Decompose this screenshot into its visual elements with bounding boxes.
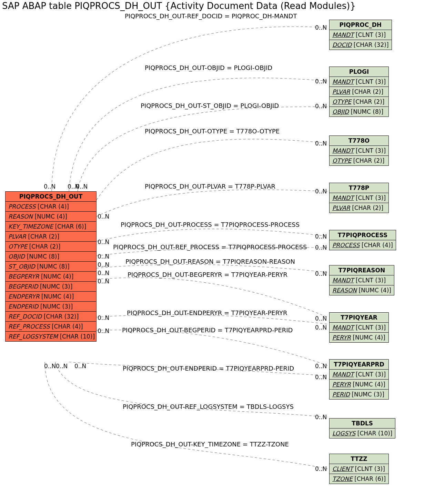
cardinality: 0..N bbox=[74, 363, 86, 370]
edge-label: PIQPROCS_DH_OUT-BEGPERID = T7PIQYEARPRD-… bbox=[122, 326, 293, 334]
cardinality: 0..N bbox=[315, 363, 327, 370]
field-row: REASON [NUMC (4)] bbox=[6, 212, 96, 222]
field-row: OTYPE [CHAR (2)] bbox=[6, 242, 96, 252]
entity-header: T7PIQPROCESS bbox=[330, 230, 396, 240]
cardinality: 0..N bbox=[98, 239, 109, 245]
field-row: PLVAR [CHAR (2)] bbox=[330, 87, 388, 97]
entity-t778o: T778O MANDT [CLNT (3)] OTYPE [CHAR (2)] bbox=[329, 135, 389, 166]
entity-header: T778P bbox=[330, 183, 388, 193]
field-row: REF_DOCID [CHAR (32)] bbox=[6, 312, 96, 322]
entity-header: PLOGI bbox=[330, 67, 388, 77]
entity-t7piqprocess: T7PIQPROCESS PROCESS [CHAR (4)] bbox=[329, 230, 396, 250]
field-row: PLVAR [CHAR (2)] bbox=[6, 232, 96, 242]
edge-label: PIQPROCS_DH_OUT-OTYPE = T778O-OTYPE bbox=[145, 128, 280, 135]
entity-piqproc-dh: PIQPROC_DH MANDT [CLNT (3)] DOCID [CHAR … bbox=[329, 20, 392, 50]
cardinality: 0..N bbox=[98, 213, 109, 220]
field-row: OTYPE [CHAR (2)] bbox=[330, 156, 388, 165]
entity-header: T778O bbox=[330, 136, 388, 146]
diagram-title: SAP ABAP table PIQPROCS_DH_OUT {Activity… bbox=[2, 1, 356, 11]
edge-label: PIQPROCS_DH_OUT-BEGPERYR = T7PIQYEAR-PER… bbox=[128, 271, 287, 278]
field-row: DOCID [CHAR (32)] bbox=[330, 40, 392, 50]
entity-header: TBDLS bbox=[330, 419, 395, 429]
field-row: PERYR [NUMC (4)] bbox=[330, 380, 388, 390]
entity-t7piqyear: T7PIQYEAR MANDT [CLNT (3)] PERYR [NUMC (… bbox=[329, 312, 389, 343]
edge-label: PIQPROCS_DH_OUT-REF_PROCESS = T7PIQPROCE… bbox=[113, 243, 307, 251]
field-row: OBJID [NUMC (8)] bbox=[6, 252, 96, 262]
cardinality: 0..N bbox=[315, 324, 327, 331]
entity-t7piqreason: T7PIQREASON MANDT [CLNT (3)] REASON [NUM… bbox=[329, 265, 394, 295]
cardinality: 0..N bbox=[98, 278, 109, 285]
field-row: PLVAR [CHAR (2)] bbox=[330, 203, 388, 213]
cardinality: 0..N bbox=[315, 465, 327, 472]
edge-label: PIQPROCS_DH_OUT-REASON = T7PIQREASON-REA… bbox=[125, 258, 295, 265]
field-row: PROCESS [CHAR (4)] bbox=[6, 202, 96, 212]
edge-label: PIQPROCS_DH_OUT-ENDPERID = T7PIQYEARPRD-… bbox=[123, 365, 294, 372]
cardinality: 0..N bbox=[98, 253, 109, 260]
field-row: OTYPE [CHAR (2)] bbox=[330, 97, 388, 107]
cardinality: 0..N bbox=[44, 363, 56, 370]
field-row: ENDPERYR [NUMC (4)] bbox=[6, 292, 96, 302]
edge-label: PIQPROCS_DH_OUT-OBJID = PLOGI-OBJID bbox=[145, 64, 272, 71]
field-row: ENDPERID [NUMC (3)] bbox=[6, 302, 96, 312]
edge-label: PIQPROCS_DH_OUT-REF_DOCID = PIQPROC_DH-M… bbox=[125, 12, 297, 20]
cardinality: 0..N bbox=[315, 244, 327, 251]
field-row: MANDT [CLNT (3)] bbox=[330, 193, 388, 203]
cardinality: 0..N bbox=[315, 78, 327, 85]
cardinality: 0..N bbox=[98, 314, 109, 321]
field-row: REF_LOGSYSTEM [CHAR (10)] bbox=[6, 332, 96, 341]
edge-label: PIQPROCS_DH_OUT-PLVAR = T778P-PLVAR bbox=[145, 183, 275, 190]
cardinality: 0..N bbox=[44, 183, 55, 190]
entity-t7piqyearprd: T7PIQYEARPRD MANDT [CLNT (3)] PERYR [NUM… bbox=[329, 359, 389, 400]
entity-header: T7PIQYEARPRD bbox=[330, 360, 388, 370]
cardinality: 0..N bbox=[315, 103, 327, 110]
cardinality: 0..N bbox=[98, 261, 109, 268]
cardinality: 0..N bbox=[315, 233, 327, 240]
field-row: MANDT [CLNT (3)] bbox=[330, 370, 388, 380]
field-row: MANDT [CLNT (3)] bbox=[330, 146, 388, 156]
entity-header: T7PIQREASON bbox=[330, 265, 394, 275]
field-row: MANDT [CLNT (3)] bbox=[330, 275, 394, 285]
cardinality: 0..N bbox=[315, 270, 327, 277]
field-row: MANDT [CLNT (3)] bbox=[330, 323, 388, 333]
entity-header: TTZZ bbox=[330, 454, 388, 464]
entity-ttzz: TTZZ CLIENT [CLNT (3)] TZONE [CHAR (6)] bbox=[329, 454, 389, 484]
cardinality: 0..N bbox=[76, 183, 88, 190]
edge-label: PIQPROCS_DH_OUT-ST_OBJID = PLOGI-OBJID bbox=[141, 102, 279, 109]
edge-label: PIQPROCS_DH_OUT-KEY_TIMEZONE = TTZZ-TZON… bbox=[131, 441, 289, 448]
field-row: KEY_TIMEZONE [CHAR (6)] bbox=[6, 222, 96, 232]
entity-header: T7PIQYEAR bbox=[330, 313, 388, 323]
cardinality: 0..N bbox=[315, 315, 327, 322]
field-row: PROCESS [CHAR (4)] bbox=[330, 240, 396, 250]
entity-tbdls: TBDLS LOGSYS [CHAR (10)] bbox=[329, 418, 395, 439]
field-row: PERID [NUMC (3)] bbox=[330, 390, 388, 399]
entity-plogi: PLOGI MANDT [CLNT (3)] PLVAR [CHAR (2)] … bbox=[329, 67, 389, 117]
cardinality: 0..N bbox=[98, 270, 109, 276]
cardinality: 0..N bbox=[315, 24, 327, 31]
cardinality: 0..N bbox=[315, 374, 327, 381]
edge-label: PIQPROCS_DH_OUT-ENDPERYR = T7PIQYEAR-PER… bbox=[127, 309, 287, 316]
field-row: CLIENT [CLNT (3)] bbox=[330, 464, 388, 474]
field-row: BEGPERYR [NUMC (4)] bbox=[6, 272, 96, 282]
field-row: TZONE [CHAR (6)] bbox=[330, 474, 388, 484]
edge-label: PIQPROCS_DH_OUT-REF_LOGSYSTEM = TBDLS-LO… bbox=[123, 403, 294, 410]
field-row: REASON [NUMC (4)] bbox=[330, 285, 394, 295]
entity-header: PIQPROCS_DH_OUT bbox=[6, 192, 96, 202]
cardinality: 0..N bbox=[56, 363, 68, 370]
field-row: MANDT [CLNT (3)] bbox=[330, 30, 392, 40]
field-row: MANDT [CLNT (3)] bbox=[330, 77, 388, 87]
entity-t778p: T778P MANDT [CLNT (3)] PLVAR [CHAR (2)] bbox=[329, 183, 389, 213]
cardinality: 0..N bbox=[315, 140, 327, 147]
field-row: ST_OBJID [NUMC (8)] bbox=[6, 262, 96, 272]
field-row: OBJID [NUMC (8)] bbox=[330, 107, 388, 117]
cardinality: 0..N bbox=[315, 414, 327, 421]
entity-piqprocs-dh-out: PIQPROCS_DH_OUT PROCESS [CHAR (4)] REASO… bbox=[5, 191, 97, 342]
cardinality: 0..N bbox=[315, 188, 327, 195]
field-row: REF_PROCESS [CHAR (4)] bbox=[6, 322, 96, 332]
entity-header: PIQPROC_DH bbox=[330, 20, 392, 30]
edge-label: PIQPROCS_DH_OUT-PROCESS = T7PIQPROCESS-P… bbox=[121, 221, 300, 228]
field-row: PERYR [NUMC (4)] bbox=[330, 333, 388, 342]
field-row: BEGPERID [NUMC (3)] bbox=[6, 282, 96, 292]
field-row: LOGSYS [CHAR (10)] bbox=[330, 429, 395, 438]
cardinality: 0..N bbox=[98, 327, 109, 334]
